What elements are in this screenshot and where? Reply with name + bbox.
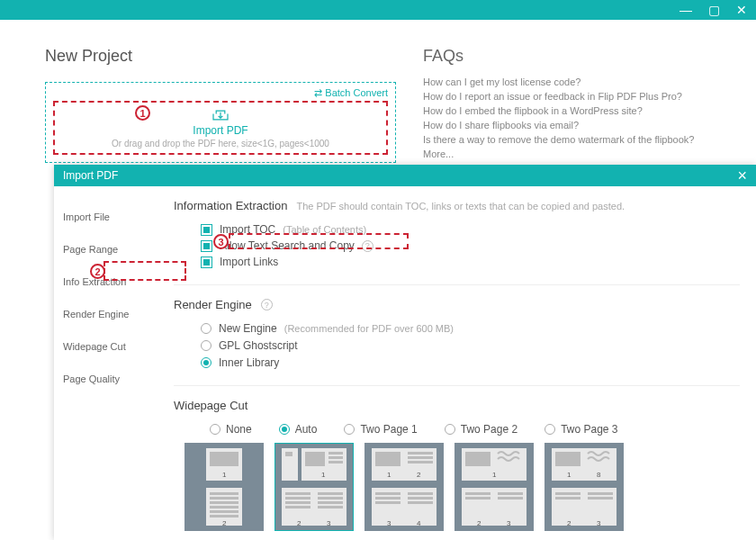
svg-rect-6 (210, 497, 238, 500)
inner-library-radio[interactable] (201, 357, 212, 368)
allow-text-help-icon[interactable]: ? (362, 240, 374, 252)
wide-tp1-radio[interactable] (344, 424, 355, 435)
faq-link[interactable]: Is there a way to remove the demo waterm… (423, 134, 711, 145)
svg-rect-51 (465, 452, 490, 466)
batch-convert-link[interactable]: Batch Convert (314, 87, 388, 99)
svg-text:1: 1 (567, 471, 572, 479)
svg-rect-44 (408, 492, 433, 495)
svg-rect-68 (588, 492, 613, 495)
wide-thumb-tp1[interactable]: 12 34 (364, 443, 444, 531)
wide-thumb-tp3[interactable]: 18 23 (544, 443, 624, 531)
divider (174, 385, 740, 386)
close-button[interactable]: ✕ (736, 4, 747, 16)
svg-rect-66 (555, 492, 580, 495)
minimize-button[interactable]: — (680, 4, 692, 16)
svg-rect-5 (210, 492, 238, 495)
faq-link[interactable]: How do I embed the flipbook in a WordPre… (423, 105, 711, 116)
new-engine-sub: (Recommended for PDF over 600 MB) (284, 323, 454, 334)
svg-rect-7 (210, 501, 238, 504)
wide-tp3-radio[interactable] (544, 424, 555, 435)
svg-text:2: 2 (297, 519, 302, 527)
sidebar-item-page-range[interactable]: Page Range (54, 235, 158, 264)
wide-thumb-tp2[interactable]: 1 23 (454, 443, 534, 531)
divider (174, 284, 740, 285)
svg-rect-69 (588, 497, 613, 500)
svg-text:2: 2 (477, 519, 482, 527)
svg-rect-27 (318, 497, 343, 500)
svg-text:2: 2 (417, 471, 421, 479)
svg-rect-67 (555, 497, 580, 500)
svg-rect-26 (318, 492, 343, 495)
svg-rect-37 (408, 461, 433, 464)
faqs-title: FAQs (423, 47, 711, 66)
import-toc-sub: (Table of Contents) (283, 224, 366, 235)
drop-zone[interactable]: Batch Convert Import PDF Or drag and dro… (45, 82, 396, 163)
wide-tp1-label: Two Page 1 (360, 423, 417, 436)
info-extraction-title: Information Extraction (174, 199, 287, 212)
import-pdf-label: Import PDF (193, 124, 248, 137)
svg-rect-19 (328, 461, 343, 464)
svg-rect-34 (375, 452, 400, 466)
allow-text-checkbox[interactable] (201, 240, 212, 252)
svg-rect-28 (318, 501, 343, 504)
import-toc-label: Import TOC (220, 223, 275, 236)
sidebar-item-page-quality[interactable]: Page Quality (54, 364, 158, 393)
faq-link[interactable]: How do I report an issue or feedback in … (423, 91, 711, 102)
wide-tp2-radio[interactable] (445, 424, 455, 435)
wide-thumb-auto[interactable]: 1 23 (274, 443, 354, 531)
import-pdf-drop[interactable]: Import PDF Or drag and drop the PDF here… (53, 101, 388, 155)
wide-none-radio[interactable] (210, 424, 220, 435)
render-engine-help-icon[interactable]: ? (261, 299, 273, 310)
svg-rect-56 (498, 492, 523, 495)
marker-2: 2 (90, 264, 105, 279)
svg-text:2: 2 (222, 519, 227, 527)
svg-rect-57 (498, 497, 523, 500)
svg-rect-35 (408, 452, 433, 454)
import-pdf-icon (212, 108, 230, 122)
svg-text:2: 2 (567, 519, 572, 527)
modal-close-button[interactable]: × (737, 167, 747, 184)
svg-rect-22 (285, 492, 310, 495)
svg-text:1: 1 (387, 471, 392, 479)
svg-rect-14 (285, 452, 292, 456)
marker-1: 1 (135, 105, 150, 121)
wide-thumb-none[interactable]: 1 2 (184, 443, 264, 531)
svg-text:4: 4 (417, 519, 421, 527)
svg-rect-10 (210, 515, 238, 518)
modal-content: Information Extraction The PDF should co… (158, 186, 756, 540)
gpl-label: GPL Ghostscript (219, 339, 298, 352)
import-links-checkbox[interactable] (201, 256, 212, 268)
wide-auto-radio[interactable] (279, 424, 290, 435)
faq-link[interactable]: How do I share flipbooks via email? (423, 120, 711, 130)
widepage-cut-title: Widepage Cut (174, 399, 248, 412)
svg-rect-54 (465, 492, 490, 495)
faq-link[interactable]: How can I get my lost license code? (423, 76, 711, 87)
new-engine-label: New Engine (219, 322, 277, 335)
sidebar-item-info-extraction[interactable]: Info Extraction (54, 267, 158, 296)
new-engine-radio[interactable] (201, 323, 212, 334)
import-links-label: Import Links (220, 256, 278, 268)
modal-title: Import PDF (63, 169, 118, 182)
import-pdf-modal: Import PDF × Import File Page Range Info… (54, 165, 756, 540)
svg-rect-55 (465, 497, 490, 500)
svg-rect-42 (375, 497, 400, 500)
svg-text:1: 1 (222, 471, 227, 479)
gpl-radio[interactable] (201, 340, 212, 351)
sidebar-item-widepage-cut[interactable]: Widepage Cut (54, 332, 158, 361)
svg-rect-46 (408, 501, 433, 504)
wide-tp2-label: Two Page 2 (461, 423, 518, 436)
import-toc-checkbox[interactable] (201, 224, 212, 236)
svg-text:3: 3 (327, 519, 331, 527)
render-engine-title: Render Engine (174, 298, 252, 311)
svg-rect-45 (408, 497, 433, 500)
titlebar: — ▢ ✕ (0, 0, 756, 20)
svg-rect-36 (408, 456, 433, 459)
svg-rect-29 (318, 506, 343, 508)
faq-link[interactable]: More... (423, 148, 711, 159)
maximize-button[interactable]: ▢ (708, 4, 720, 16)
svg-text:1: 1 (321, 471, 326, 479)
wide-none-label: None (226, 423, 252, 436)
svg-text:3: 3 (597, 519, 601, 527)
sidebar-item-render-engine[interactable]: Render Engine (54, 300, 158, 328)
sidebar-item-import-file[interactable]: Import File (54, 202, 158, 231)
